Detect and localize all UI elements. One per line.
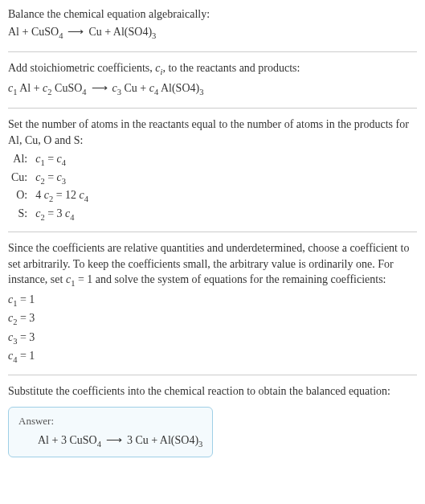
unbalanced-equation: Al + CuSO4⟶Cu + Al(SO4)3	[8, 24, 417, 42]
divider	[8, 232, 417, 232]
atom-label: Al:	[11, 151, 35, 169]
atom-label: O:	[11, 187, 35, 205]
coeff-c2: c2 = 3	[8, 310, 417, 328]
answer-box: Answer: Al + 3 CuSO4⟶3 Cu + Al(SO4)3	[8, 407, 213, 457]
table-row: O: 4 c2 = 12 c4	[11, 187, 93, 205]
coeffed-equation: c1 Al + c2 CuSO4⟶c3 Cu + c4 Al(SO4)3	[8, 80, 417, 98]
atom-eq: c2 = 3 c4	[35, 206, 93, 223]
atom-eq: c1 = c4	[35, 151, 93, 169]
balance-heading: Balance the chemical equation algebraica…	[8, 6, 417, 23]
table-row: S: c2 = 3 c4	[11, 206, 93, 223]
divider	[8, 51, 417, 52]
atom-equations: Al: c1 = c4 Cu: c2 = c3 O: 4 c2 = 12 c4 …	[11, 151, 93, 223]
answer-label: Answer:	[18, 414, 202, 428]
substitute-heading: Substitute the coefficients into the che…	[8, 383, 417, 400]
balanced-equation: Al + 3 CuSO4⟶3 Cu + Al(SO4)3	[18, 432, 202, 450]
solve-heading: Since the coefficients are relative quan…	[8, 240, 417, 290]
coeff-c3: c3 = 3	[8, 330, 417, 347]
table-row: Al: c1 = c4	[11, 151, 93, 169]
atoms-heading: Set the number of atoms in the reactants…	[8, 117, 417, 148]
stoich-heading: Add stoichiometric coefficients, ci, to …	[8, 60, 417, 78]
divider	[8, 375, 417, 375]
coeff-c4: c4 = 1	[8, 348, 417, 366]
coeff-c1: c1 = 1	[8, 292, 417, 309]
atom-eq: 4 c2 = 12 c4	[35, 187, 93, 205]
coefficient-values: c1 = 1 c2 = 3 c3 = 3 c4 = 1	[8, 292, 417, 367]
table-row: Cu: c2 = c3	[11, 170, 93, 187]
divider	[8, 108, 417, 109]
atom-label: S:	[11, 206, 35, 223]
atom-eq: c2 = c3	[35, 170, 93, 187]
atom-label: Cu:	[11, 170, 35, 187]
